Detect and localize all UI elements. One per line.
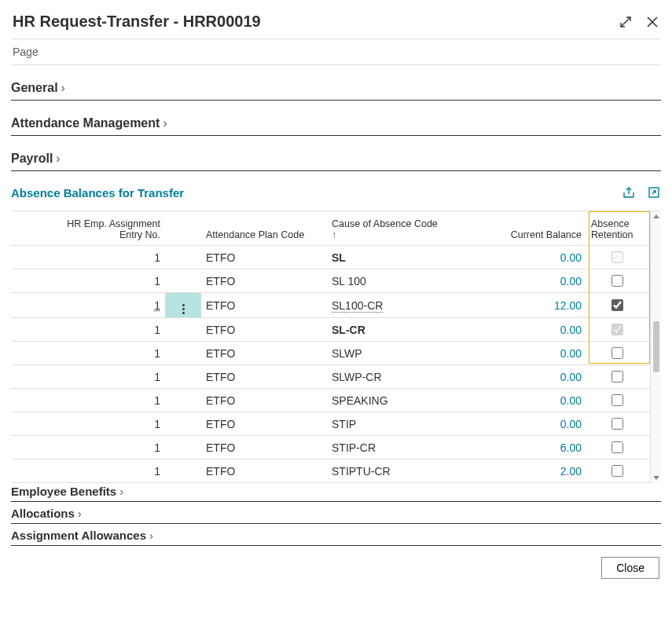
popout-icon[interactable] [647,185,661,200]
chevron-right-icon: › [119,485,123,498]
section-allocations[interactable]: Allocations › [11,507,661,524]
cell-plan-code[interactable]: ETFO [201,296,327,315]
cell-retention[interactable] [586,269,648,292]
cell-retention[interactable] [586,412,648,435]
row-indicator [11,397,39,404]
cell-balance: 12.00 [484,296,586,315]
table-row[interactable]: 1ETFOSL 1000.00 [11,269,650,293]
cell-plan-code[interactable]: ETFO [201,248,327,267]
table-row[interactable]: 1ETFOSL-CR0.00 [11,318,650,342]
row-indicator [11,350,39,357]
chevron-right-icon: › [61,81,65,95]
row-actions [165,327,201,333]
cell-cause-code[interactable]: STIPTU-CR [327,462,484,481]
table-row[interactable]: 1ETFOSLWP-CR0.00 [11,365,650,389]
section-assignment-allowances[interactable]: Assignment Allowances › [11,529,661,546]
cell-balance: 0.00 [484,391,586,410]
row-actions [165,468,201,474]
cell-cause-code[interactable]: STIP [327,415,484,434]
cell-retention[interactable] [586,389,648,412]
table-row[interactable]: 1ETFOSTIP-CR6.00 [11,436,650,459]
table-row[interactable]: →1ETFOSL100-CR12.00 [11,293,650,318]
row-actions [165,421,201,427]
cell-plan-code[interactable]: ETFO [201,368,327,386]
col-cause-code[interactable]: Cause of Absence Code↑ [327,217,484,242]
cell-emp-entry: 1 [39,248,165,267]
table-row[interactable]: 1ETFOSTIPTU-CR2.00 [11,459,650,483]
row-actions [165,397,201,404]
section-allocations-label: Allocations [11,507,75,520]
chevron-right-icon: › [78,507,82,520]
table-row[interactable]: 1ETFOSTIP0.00 [11,412,650,436]
retention-checkbox[interactable] [611,465,623,477]
cell-cause-code[interactable]: SL100-CR [327,296,484,315]
row-indicator [11,327,39,333]
expand-icon[interactable] [619,15,633,29]
cell-cause-code[interactable]: SLWP-CR [327,368,484,386]
section-general[interactable]: General › [11,81,661,101]
vertical-scrollbar[interactable] [650,211,661,483]
table-row[interactable]: 1ETFOSLWP0.00 [11,342,650,365]
section-attendance[interactable]: Attendance Management › [11,116,661,136]
cell-cause-code[interactable]: STIP-CR [327,438,484,457]
cell-balance: 0.00 [484,415,586,434]
section-employee-benefits-label: Employee Benefits [11,485,116,498]
cell-plan-code[interactable]: ETFO [201,272,327,291]
cell-plan-code[interactable]: ETFO [201,344,327,363]
cell-retention[interactable] [586,294,648,317]
scrollbar-thumb[interactable] [653,321,659,372]
cell-balance: 0.00 [484,272,586,291]
cell-cause-code[interactable]: SLWP [327,344,484,363]
retention-checkbox[interactable] [611,299,623,311]
section-employee-benefits[interactable]: Employee Benefits › [11,485,661,502]
close-button[interactable]: Close [601,557,659,579]
row-actions[interactable] [165,293,201,317]
cell-retention[interactable] [586,436,648,459]
col-absence-retention[interactable]: Absence Retention [586,217,648,242]
retention-checkbox[interactable] [611,347,623,359]
cell-cause-code[interactable]: SL-CR [327,320,484,339]
retention-checkbox[interactable] [611,418,623,430]
cell-plan-code[interactable]: ETFO [201,391,327,410]
row-actions [165,445,201,451]
cell-cause-code[interactable]: SL 100 [327,272,484,291]
table-row[interactable]: 1ETFOSPEAKING0.00 [11,389,650,412]
cell-retention[interactable] [586,342,648,364]
row-actions [165,254,201,261]
retention-checkbox[interactable] [611,371,623,383]
cell-cause-code[interactable]: SPEAKING [327,391,484,410]
cell-retention[interactable] [586,318,648,341]
table-row[interactable]: 1ETFOSL0.00 [11,246,650,269]
retention-checkbox[interactable] [611,441,623,453]
section-payroll[interactable]: Payroll › [11,152,661,171]
cell-retention[interactable] [586,246,648,269]
col-current-balance[interactable]: Current Balance [484,228,586,242]
cell-plan-code[interactable]: ETFO [201,320,327,339]
cell-balance: 2.00 [484,462,586,481]
cell-balance: 0.00 [484,248,586,267]
retention-checkbox[interactable] [611,394,623,406]
row-indicator [11,421,39,427]
cell-retention[interactable] [586,365,648,388]
cell-retention[interactable] [586,459,648,482]
row-actions [165,278,201,284]
retention-checkbox[interactable] [611,251,623,263]
tab-page[interactable]: Page [11,38,661,65]
retention-checkbox[interactable] [611,324,623,335]
row-actions [165,374,201,380]
close-icon[interactable] [645,15,659,29]
chevron-right-icon: › [149,529,153,542]
cell-plan-code[interactable]: ETFO [201,438,327,457]
cell-cause-code[interactable]: SL [327,248,484,267]
cell-plan-code[interactable]: ETFO [201,415,327,434]
col-plan-code[interactable]: Attendance Plan Code [201,228,327,242]
section-payroll-label: Payroll [11,152,53,166]
cell-plan-code[interactable]: ETFO [201,462,327,481]
cell-emp-entry: 1 [39,368,165,386]
row-indicator: → [11,296,39,315]
retention-checkbox[interactable] [611,275,623,287]
cell-emp-entry: 1 [39,272,165,291]
col-emp-assign[interactable]: HR Emp. Assignment Entry No. [39,217,165,242]
share-icon[interactable] [622,185,636,200]
chevron-right-icon: › [163,116,167,130]
